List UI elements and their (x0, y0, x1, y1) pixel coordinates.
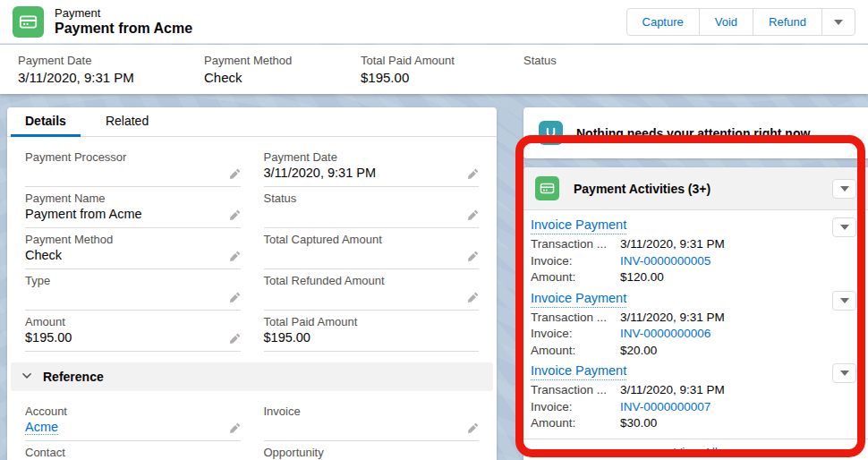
field-account: Account Acme (25, 400, 241, 441)
pencil-icon[interactable] (229, 251, 241, 262)
field-value: Payment from Acme (25, 205, 221, 223)
view-all-footer: View All (523, 439, 868, 460)
field-value (264, 246, 460, 264)
pencil-icon[interactable] (229, 209, 241, 221)
field-value (25, 287, 221, 305)
highlight-value: 3/11/2020, 9:31 PM (18, 70, 195, 86)
chevron-down-icon (840, 186, 849, 192)
highlight-value (523, 70, 557, 86)
row-label: Invoice: (531, 326, 620, 343)
highlight-value: $195.00 (361, 70, 515, 86)
pencil-icon[interactable] (229, 168, 241, 180)
list-item: Invoice Payment Transaction ... 3/11/202… (523, 286, 868, 360)
highlight-label: Payment Date (18, 54, 195, 67)
row-actions-button[interactable] (832, 363, 856, 383)
field-value: $195.00 (264, 328, 460, 346)
highlight-payment-date: Payment Date 3/11/2020, 9:31 PM (18, 54, 204, 86)
row-label: Transaction ... (531, 310, 620, 327)
field-total-captured-amount: Total Captured Amount (264, 228, 480, 269)
invoice-payment-link[interactable]: Invoice Payment (531, 217, 626, 234)
reference-form: Account Acme Invoice Contact Opportunity (7, 391, 497, 460)
payment-card-icon (13, 6, 44, 38)
pencil-icon[interactable] (229, 333, 241, 345)
highlight-value: Check (204, 70, 352, 86)
pencil-icon[interactable] (229, 422, 241, 434)
field-value (264, 418, 460, 436)
invoice-number-link[interactable]: INV-0000000007 (620, 400, 711, 413)
highlight-total-paid-amount: Total Paid Amount $195.00 (361, 54, 523, 86)
highlight-label: Payment Method (204, 54, 352, 67)
payment-activities-header: Payment Activities (3+) (523, 167, 868, 210)
view-all-link[interactable]: View All (674, 446, 718, 460)
field-label: Account (25, 405, 221, 418)
row-label: Amount: (531, 343, 620, 360)
highlight-label: Status (523, 54, 557, 67)
void-button[interactable]: Void (699, 8, 753, 36)
field-label: Invoice (264, 405, 460, 418)
payment-activities-card: Payment Activities (3+) Invoice Payment … (523, 167, 868, 460)
field-value (264, 205, 460, 223)
reference-section-header[interactable]: Reference (11, 362, 493, 391)
row-label: Invoice: (531, 253, 620, 270)
invoice-payment-link[interactable]: Invoice Payment (531, 362, 626, 380)
field-invoice: Invoice (264, 400, 480, 441)
pencil-icon[interactable] (467, 168, 479, 180)
list-item: Invoice Payment Transaction ... 3/11/202… (523, 213, 868, 286)
capture-button[interactable]: Capture (626, 8, 700, 36)
highlight-status: Status (523, 54, 566, 86)
invoice-number-link[interactable]: INV-0000000006 (620, 327, 711, 340)
field-label: Payment Date (264, 150, 460, 164)
row-value: 3/11/2020, 9:31 PM (620, 310, 825, 327)
field-label: Type (25, 274, 221, 287)
refund-button[interactable]: Refund (753, 8, 822, 36)
field-payment-method: Payment Method Check (25, 228, 241, 269)
row-label: Transaction ... (531, 236, 620, 253)
entity-label: Payment (55, 6, 192, 20)
field-status: Status (264, 187, 480, 228)
pencil-icon[interactable] (229, 292, 241, 303)
pencil-icon[interactable] (467, 251, 479, 262)
field-total-refunded-amount: Total Refunded Amount (264, 269, 480, 311)
payment-activities-list: Invoice Payment Transaction ... 3/11/202… (523, 210, 868, 432)
assistant-card: Nothing needs your attention right now (523, 107, 868, 158)
payment-card-icon (535, 176, 559, 200)
pencil-icon[interactable] (467, 422, 479, 434)
field-label: Contact (25, 446, 221, 459)
row-value: $20.00 (620, 343, 825, 360)
details-form: Payment Processor Payment Date 3/11/2020… (7, 137, 497, 352)
field-payment-processor: Payment Processor (25, 146, 241, 187)
field-label: Status (264, 192, 460, 205)
tab-related[interactable]: Related (91, 107, 163, 136)
highlight-payment-method: Payment Method Check (204, 54, 361, 86)
row-actions-button[interactable] (832, 291, 856, 311)
highlight-label: Total Paid Amount (361, 54, 515, 67)
field-type: Type (25, 269, 241, 311)
field-label: Total Captured Amount (264, 233, 460, 246)
pencil-icon[interactable] (467, 209, 479, 221)
row-label: Transaction ... (531, 382, 620, 399)
chevron-down-icon (840, 298, 849, 303)
tab-details[interactable]: Details (11, 107, 81, 136)
assistant-message: Nothing needs your attention right now (576, 126, 810, 141)
assistant-icon (539, 121, 563, 145)
row-actions-button[interactable] (832, 217, 856, 237)
field-label: Payment Name (25, 192, 221, 205)
list-actions-button[interactable] (832, 179, 856, 199)
details-tabbar: Details Related (7, 107, 497, 137)
invoice-payment-link[interactable]: Invoice Payment (531, 290, 626, 308)
account-link[interactable]: Acme (25, 420, 58, 435)
row-label: Amount: (531, 269, 620, 286)
field-value: 3/11/2020, 9:31 PM (264, 164, 460, 182)
record-identity: Payment Payment from Acme (13, 6, 192, 38)
item-detail-rows: Transaction ... 3/11/2020, 9:31 PM Invoi… (531, 382, 825, 432)
pencil-icon[interactable] (467, 292, 479, 303)
invoice-number-link[interactable]: INV-0000000005 (620, 254, 711, 268)
chevron-down-icon (840, 225, 849, 230)
field-payment-name: Payment Name Payment from Acme (25, 187, 241, 228)
field-opportunity: Opportunity (264, 441, 480, 460)
row-value: $120.00 (620, 269, 825, 286)
row-label: Invoice: (531, 399, 620, 416)
field-total-paid-amount: Total Paid Amount $195.00 (264, 311, 480, 352)
more-actions-button[interactable] (821, 8, 855, 36)
field-label: Opportunity (264, 446, 460, 459)
